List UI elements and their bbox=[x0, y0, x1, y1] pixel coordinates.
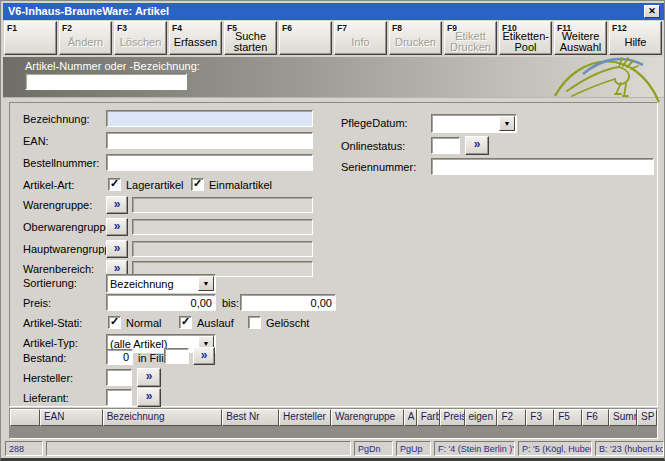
bestand-label: Bestand: bbox=[23, 352, 66, 364]
warengruppe-field bbox=[132, 197, 313, 213]
button-caption: Erfassen bbox=[174, 37, 217, 48]
status-pgdn: PgDn bbox=[354, 441, 393, 456]
status-benutzer: B: '23 (hubert.koegl)' bbox=[595, 441, 664, 456]
toolbar-button-etiketten-pool[interactable]: F10Etiketten-Pool bbox=[499, 21, 552, 55]
fkey-label: F3 bbox=[117, 23, 127, 34]
warengruppe-picker-button[interactable]: » bbox=[106, 196, 128, 214]
auslauf-checkbox-label: Auslauf bbox=[197, 317, 234, 329]
preis-bis-label: bis: bbox=[222, 297, 239, 309]
warenbereich-label: Warenbereich: bbox=[23, 263, 94, 275]
preis-label: Preis: bbox=[23, 297, 51, 309]
onlinestatus-input[interactable] bbox=[431, 137, 460, 154]
bestellnummer-input[interactable] bbox=[106, 154, 313, 171]
bestand-input[interactable] bbox=[106, 349, 133, 365]
close-icon[interactable]: ✕ bbox=[644, 5, 660, 18]
toolbar-button-etikett-drucken[interactable]: F9Etikett Drucken bbox=[444, 21, 497, 55]
grid-header-eigen[interactable]: eigen bbox=[465, 409, 498, 426]
auslauf-checkbox[interactable] bbox=[179, 316, 192, 329]
grid-header-f6[interactable]: F6 bbox=[582, 409, 609, 426]
filiale-picker-button[interactable]: » bbox=[193, 347, 215, 365]
grid-header-hersteller[interactable]: Hersteller bbox=[279, 409, 331, 426]
result-grid: EAN Bezeichnung Best Nr Hersteller Waren… bbox=[9, 408, 658, 439]
grid-header-f2[interactable]: F2 bbox=[497, 409, 526, 426]
fkey-label: F7 bbox=[337, 23, 347, 34]
oberwarengruppe-field bbox=[132, 219, 313, 235]
fkey-label: F11 bbox=[557, 23, 571, 34]
grid-header-bezeichnung[interactable]: Bezeichnung bbox=[103, 409, 223, 426]
grid-header-empty[interactable] bbox=[10, 409, 40, 426]
onlinestatus-picker-button[interactable]: » bbox=[465, 136, 489, 155]
status-filiale: F: '4 (Stein Berlin )' bbox=[434, 441, 515, 456]
bestellnummer-label: Bestellnummer: bbox=[23, 157, 99, 169]
status-record-count: 288 bbox=[5, 441, 43, 456]
sortierung-dropdown[interactable]: Bezeichnung ▼ bbox=[106, 274, 216, 293]
grid-header-best-nr[interactable]: Best Nr bbox=[222, 409, 279, 426]
button-caption: Info bbox=[351, 37, 369, 48]
button-caption: Löschen bbox=[120, 37, 162, 48]
einmalartikel-checkbox[interactable] bbox=[191, 178, 204, 191]
chevron-down-icon[interactable]: ▼ bbox=[499, 116, 515, 131]
lieferant-input[interactable] bbox=[106, 389, 132, 406]
hauptwarengruppe-picker-button[interactable]: » bbox=[106, 240, 128, 258]
status-message-panel bbox=[46, 441, 351, 456]
toolbar-button-aendern[interactable]: F2Ändern bbox=[59, 21, 112, 55]
grid-header-summ[interactable]: Summ bbox=[609, 409, 637, 426]
ean-input[interactable] bbox=[106, 132, 313, 149]
toolbar-button-info[interactable]: F7Info bbox=[334, 21, 387, 55]
pflegedatum-label: PflegeDatum: bbox=[341, 117, 408, 129]
geloescht-checkbox-label: Gelöscht bbox=[266, 317, 309, 329]
chevron-down-icon[interactable]: ▼ bbox=[198, 276, 214, 291]
title-bar: V6-Inhaus-BrauneWare: Artikel bbox=[3, 3, 664, 20]
oberwarengruppe-label: Oberwarengruppe: bbox=[23, 221, 115, 233]
lagerartikel-checkbox-label: Lagerartikel bbox=[126, 179, 183, 191]
normal-checkbox-label: Normal bbox=[126, 317, 161, 329]
normal-checkbox[interactable] bbox=[108, 316, 121, 329]
fkey-label: F10 bbox=[502, 23, 517, 34]
grid-header-ean[interactable]: EAN bbox=[40, 409, 103, 426]
grid-header-farb[interactable]: Farb bbox=[417, 409, 440, 426]
toolbar-button-f6[interactable]: F6 bbox=[279, 21, 332, 55]
seriennummer-label: Seriennummer: bbox=[341, 161, 416, 173]
window-title: V6-Inhaus-BrauneWare: Artikel bbox=[8, 5, 169, 17]
toolbar-button-erfassen[interactable]: F4Erfassen bbox=[169, 21, 222, 55]
grid-header-f5[interactable]: F5 bbox=[554, 409, 582, 426]
button-caption: Ändern bbox=[68, 37, 103, 48]
grid-header-f3[interactable]: F3 bbox=[526, 409, 554, 426]
grid-header-warengruppe[interactable]: Warengruppe bbox=[331, 409, 404, 426]
toolbar-button-drucken[interactable]: F8Drucken bbox=[389, 21, 442, 55]
grid-header-a[interactable]: A bbox=[404, 409, 417, 426]
artikel-typ-label: Artikel-Typ: bbox=[23, 337, 78, 349]
search-label: Artikel-Nummer oder -Bezeichnung: bbox=[25, 60, 200, 72]
filiale-input[interactable] bbox=[164, 348, 189, 364]
lagerartikel-checkbox[interactable] bbox=[108, 178, 121, 191]
oberwarengruppe-picker-button[interactable]: » bbox=[106, 218, 128, 236]
onlinestatus-label: Onlinestatus: bbox=[341, 140, 405, 152]
toolbar-button-suche-starten[interactable]: F5Suche starten bbox=[224, 21, 277, 55]
fkey-label: F1 bbox=[7, 23, 17, 34]
button-caption: Suche starten bbox=[229, 31, 273, 53]
seriennummer-input[interactable] bbox=[431, 158, 654, 175]
hersteller-label: Hersteller: bbox=[23, 372, 73, 384]
fkey-label: F12 bbox=[612, 23, 627, 34]
sortierung-label: Sortierung: bbox=[23, 277, 77, 289]
artikel-search-input[interactable] bbox=[25, 73, 187, 90]
toolbar-button-loeschen[interactable]: F3Löschen bbox=[114, 21, 167, 55]
grid-header-preis[interactable]: Preis bbox=[440, 409, 465, 426]
button-caption: Etiketten-Pool bbox=[503, 31, 549, 53]
warengruppe-label: Warengruppe: bbox=[23, 199, 92, 211]
artikel-stati-label: Artikel-Stati: bbox=[23, 317, 82, 329]
lieferant-picker-button[interactable]: » bbox=[137, 388, 161, 407]
button-caption: Drucken bbox=[395, 37, 436, 48]
fkey-label: F2 bbox=[62, 23, 72, 34]
status-person: P: '5 (Kögl, Hubert)' bbox=[518, 441, 592, 456]
hersteller-input[interactable] bbox=[106, 369, 132, 386]
bezeichnung-input[interactable] bbox=[106, 110, 313, 127]
pflegedatum-dropdown[interactable]: ▼ bbox=[431, 114, 517, 133]
preis-bis-input[interactable] bbox=[240, 294, 336, 311]
geloescht-checkbox[interactable] bbox=[248, 316, 261, 329]
preis-von-input[interactable] bbox=[106, 294, 216, 311]
hersteller-picker-button[interactable]: » bbox=[137, 368, 161, 387]
grid-header-sp[interactable]: SP bbox=[637, 409, 657, 426]
einmalartikel-checkbox-label: Einmalartikel bbox=[209, 179, 272, 191]
toolbar-button-f1[interactable]: F1 bbox=[4, 21, 57, 55]
